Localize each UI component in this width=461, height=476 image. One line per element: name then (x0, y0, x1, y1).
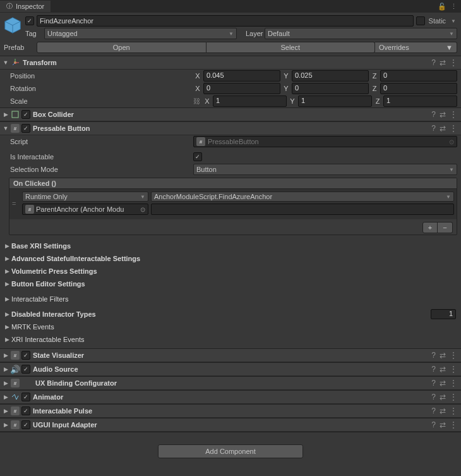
layer-dropdown[interactable]: Default ▼ (265, 28, 457, 39)
component-menu-icon[interactable]: ⋮ (450, 124, 457, 133)
state-visualizer-header[interactable]: ▶ # ✓ State Visualizer ?⇄⋮ (0, 348, 461, 362)
preset-icon[interactable]: ⇄ (440, 420, 446, 429)
box-collider-header[interactable]: ▶ ✓ Box Collider ? ⇄ ⋮ (0, 107, 461, 121)
help-icon[interactable]: ? (431, 351, 436, 360)
ugui-input-adapter-header[interactable]: ▶ # ✓ UGUI Input Adapter ?⇄⋮ (0, 418, 461, 432)
component-menu-icon[interactable]: ⋮ (450, 351, 457, 360)
gameobject-enabled-checkbox[interactable]: ✓ (25, 16, 34, 25)
help-icon[interactable]: ? (431, 58, 436, 67)
lock-icon[interactable]: 🔓 (438, 3, 446, 11)
interactable-filters-foldout[interactable]: ▶Interactable Filters (0, 293, 461, 305)
constrain-proportions-icon[interactable]: ⛓ (193, 97, 200, 105)
position-x-field[interactable]: 0.045 (203, 70, 280, 82)
box-collider-enabled-checkbox[interactable]: ✓ (21, 110, 30, 119)
selection-mode-dropdown[interactable]: Button ▼ (193, 164, 457, 175)
static-checkbox[interactable] (416, 16, 425, 25)
is-interactable-row: Is Interactable ✓ (0, 150, 461, 163)
rotation-z-field[interactable]: 0 (380, 83, 457, 94)
xri-events-foldout[interactable]: ▶XRI Interactable Events (0, 333, 461, 346)
component-menu-icon[interactable]: ⋮ (450, 365, 457, 374)
object-picker-icon[interactable]: ⊙ (140, 206, 145, 213)
prefab-cube-icon[interactable] (4, 16, 21, 34)
preset-icon[interactable]: ⇄ (440, 406, 446, 415)
ux-binding-header[interactable]: ▶ # UX Binding Configurator ?⇄⋮ (0, 376, 461, 390)
component-drop-area[interactable] (0, 432, 461, 441)
component-menu-icon[interactable]: ⋮ (450, 406, 457, 415)
component-enabled-checkbox[interactable]: ✓ (21, 406, 30, 415)
foldout-closed-icon: ▶ (3, 352, 9, 358)
add-event-button[interactable]: + (422, 222, 438, 233)
is-interactable-checkbox[interactable]: ✓ (193, 152, 202, 161)
transform-header[interactable]: ▼ Transform ? ⇄ ⋮ (0, 56, 461, 70)
animator-header[interactable]: ▶ ✓ Animator ?⇄⋮ (0, 390, 461, 404)
base-xri-foldout[interactable]: ▶Base XRI Settings (0, 240, 461, 252)
component-menu-icon[interactable]: ⋮ (450, 58, 457, 67)
pressable-button-header[interactable]: ▼ # ✓ Pressable Button ? ⇄ ⋮ (0, 121, 461, 135)
component-enabled-checkbox[interactable]: ✓ (21, 420, 30, 429)
volumetric-press-foldout[interactable]: ▶Volumetric Press Settings (0, 265, 461, 278)
rotation-x-field[interactable]: 0 (203, 83, 280, 94)
rotation-y-field[interactable]: 0 (292, 83, 369, 94)
disabled-interactor-foldout[interactable]: ▶ Disabled Interactor Types 1 (0, 308, 461, 320)
help-icon[interactable]: ? (431, 110, 436, 119)
prefab-overrides-button[interactable]: Overrides ▼ (375, 42, 457, 53)
component-menu-icon[interactable]: ⋮ (450, 110, 457, 119)
gameobject-name-field[interactable]: FindAzureAnchor (37, 15, 414, 27)
script-row: Script #PressableButton ⊙ (0, 135, 461, 148)
drag-handle-icon[interactable]: = (12, 192, 20, 215)
help-icon[interactable]: ? (431, 124, 436, 133)
foldout-closed-icon: ▶ (4, 311, 10, 317)
component-enabled-checkbox[interactable]: ✓ (21, 393, 30, 401)
scale-x-field[interactable]: 1 (213, 95, 287, 107)
position-y-field[interactable]: 0.025 (292, 70, 369, 82)
preset-icon[interactable]: ⇄ (440, 393, 446, 401)
component-menu-icon[interactable]: ⋮ (450, 393, 457, 401)
help-icon[interactable]: ? (431, 420, 436, 429)
position-z-field[interactable]: 0 (380, 70, 457, 82)
foldout-open-icon: ▼ (3, 59, 9, 66)
pressable-enabled-checkbox[interactable]: ✓ (21, 124, 30, 133)
event-title: On Clicked () (9, 178, 457, 189)
mrtk-events-foldout[interactable]: ▶MRTK Events (0, 320, 461, 333)
preset-icon[interactable]: ⇄ (440, 124, 446, 133)
inspector-tab[interactable]: ⓘ Inspector (0, 1, 51, 12)
button-editor-foldout[interactable]: ▶Button Editor Settings (0, 278, 461, 290)
state-visualizer-title: State Visualizer (32, 351, 430, 359)
add-component-button[interactable]: Add Component (158, 444, 303, 458)
preset-icon[interactable]: ⇄ (440, 379, 446, 388)
position-label: Position (4, 72, 193, 80)
component-menu-icon[interactable]: ⋮ (450, 420, 457, 429)
preset-icon[interactable]: ⇄ (440, 365, 446, 374)
scale-y-field[interactable]: 1 (298, 95, 372, 107)
preset-icon[interactable]: ⇄ (440, 58, 446, 67)
audio-source-header[interactable]: ▶ 🔊 ✓ Audio Source ?⇄⋮ (0, 362, 461, 376)
component-menu-icon[interactable]: ⋮ (450, 379, 457, 388)
prefab-select-button[interactable]: Select (207, 42, 376, 53)
prefab-open-button[interactable]: Open (37, 42, 207, 53)
x-label: X (193, 72, 202, 80)
help-icon[interactable]: ? (431, 379, 436, 388)
object-picker-icon[interactable]: ⊙ (449, 138, 454, 145)
help-icon[interactable]: ? (431, 365, 436, 374)
event-target-field[interactable]: #ParentAnchor (Anchor Modu ⊙ (22, 204, 148, 215)
runtime-mode-dropdown[interactable]: Runtime Only ▼ (22, 192, 148, 202)
event-argument-field[interactable] (151, 204, 454, 215)
event-method-dropdown[interactable]: AnchorModuleScript.FindAzureAnchor ▼ (151, 192, 454, 202)
component-enabled-checkbox[interactable]: ✓ (21, 351, 30, 360)
disabled-interactor-count[interactable]: 1 (431, 309, 456, 319)
component-enabled-checkbox[interactable]: ✓ (21, 365, 30, 374)
help-icon[interactable]: ? (431, 393, 436, 401)
prefab-row: Prefab Open Select Overrides ▼ (0, 40, 461, 56)
tag-dropdown[interactable]: Untagged ▼ (44, 28, 237, 39)
interactable-pulse-header[interactable]: ▶ # ✓ Interactable Pulse ?⇄⋮ (0, 404, 461, 418)
advanced-stateful-foldout[interactable]: ▶Advanced StatefulInteractable Settings (0, 252, 461, 265)
tab-menu-icon[interactable]: ⋮ (450, 3, 457, 11)
runtime-mode-value: Runtime Only (25, 193, 68, 200)
preset-icon[interactable]: ⇄ (440, 351, 446, 360)
remove-event-button[interactable]: − (438, 222, 453, 233)
preset-icon[interactable]: ⇄ (440, 110, 446, 119)
svg-line-8 (15, 394, 16, 400)
static-dropdown-icon[interactable]: ▼ (450, 18, 457, 24)
scale-z-field[interactable]: 1 (383, 95, 457, 107)
help-icon[interactable]: ? (431, 406, 436, 415)
